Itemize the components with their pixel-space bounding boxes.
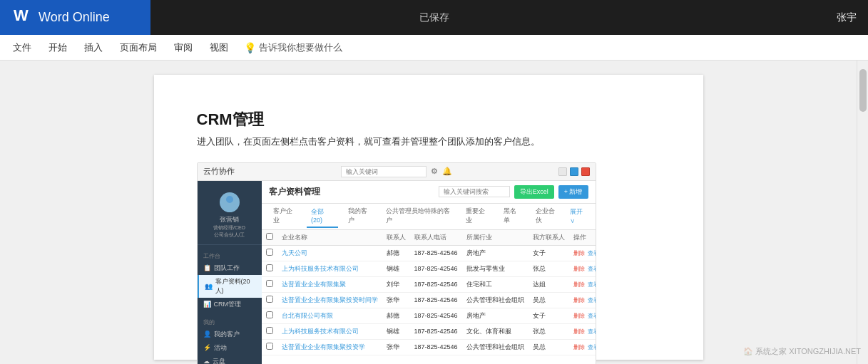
icon-notify[interactable]: 🔔	[442, 167, 452, 176]
minimize-icon[interactable]	[558, 167, 567, 176]
row-checkbox[interactable]	[266, 296, 273, 303]
doc-status: 已保存	[419, 11, 449, 24]
td-checkbox	[262, 245, 277, 261]
content-area: CRM管理 进入团队，在页面左侧栏点击客户资料，就可查看并管理整个团队添加的客户…	[0, 61, 868, 364]
nav-icon-mgmt: 📊	[203, 301, 211, 308]
ss-nav-label-mine: 我的	[198, 317, 262, 328]
menu-view[interactable]: 视图	[203, 38, 235, 57]
close-icon[interactable]	[581, 167, 590, 176]
menu-home[interactable]: 开始	[41, 38, 74, 57]
td-actions: 删除 查看详情 可以跟踪	[569, 245, 596, 261]
menu-layout[interactable]: 页面布局	[113, 38, 164, 57]
ss-nav-section-mine: 我的 👤 我的客户 ⚡ 活动 ☁ 云盘	[198, 314, 262, 364]
title-bar: W Word Online 已保存 张宇	[0, 0, 868, 35]
nav-icon-clients: 👤	[203, 331, 211, 338]
ss-nav-crm-customers[interactable]: 👥 客户资料(20人)	[198, 275, 262, 298]
action-view[interactable]: 查看详情	[588, 328, 596, 336]
ss-filter-tabs: 客户企业 全部(20) 我的客户 公共管理员给特殊的客户 重要企业 黑名单 企业…	[262, 204, 596, 230]
row-checkbox[interactable]	[266, 343, 273, 350]
action-view[interactable]: 查看详情	[588, 265, 596, 273]
ss-tab-public[interactable]: 公共管理员给特殊的客户	[382, 204, 456, 229]
app-title: Word Online	[39, 10, 110, 25]
ss-nav-my-clients[interactable]: 👤 我的客户	[198, 328, 262, 341]
ss-nav-team-work[interactable]: 📋 团队工作	[198, 261, 262, 275]
row-checkbox[interactable]	[266, 249, 273, 256]
td-phone: 187-825-42546	[410, 292, 462, 308]
document-container[interactable]: CRM管理 进入团队，在页面左侧栏点击客户资料，就可查看并管理整个团队添加的客户…	[0, 61, 857, 364]
company-link[interactable]: 上为科技服务技术有限公司	[282, 328, 359, 335]
company-link[interactable]: 台北有限公司有限	[282, 312, 333, 319]
th-industry: 所属行业	[462, 230, 529, 246]
ss-search-input[interactable]	[341, 166, 427, 177]
action-view[interactable]: 查看详情	[588, 281, 596, 288]
action-view[interactable]: 查看详情	[588, 249, 596, 257]
td-contact: 郝德	[382, 245, 410, 261]
action-delete[interactable]: 删除	[573, 281, 585, 288]
user-name[interactable]: 张宇	[837, 11, 857, 24]
action-delete[interactable]: 删除	[573, 312, 585, 320]
ss-nav-activity[interactable]: ⚡ 活动	[198, 341, 262, 355]
td-industry: 文化、体育和服	[462, 323, 529, 339]
ss-tab-important[interactable]: 重要企业	[461, 204, 494, 229]
td-our-contact: 张总	[529, 261, 569, 276]
company-link[interactable]: 达普置业企业有限集聚	[282, 281, 346, 288]
td-company: 上为科技服务技术有限公司	[277, 261, 382, 276]
svg-point-3	[223, 204, 236, 212]
row-checkbox[interactable]	[266, 327, 273, 334]
ss-add-button[interactable]: + 新增	[558, 185, 588, 199]
action-view[interactable]: 查看详情	[588, 312, 596, 320]
ss-tab-blacklist[interactable]: 黑名单	[499, 204, 526, 229]
table-row: 达普置业企业有限集聚投资学 张华 187-825-42546 公共管理和社会组织…	[262, 339, 596, 355]
td-checkbox	[262, 276, 277, 292]
ss-expand-button[interactable]: 展开 ∨	[570, 207, 588, 226]
td-company: 达普置业企业有限集聚投资学	[277, 339, 382, 355]
ss-tab-all[interactable]: 全部(20)	[307, 204, 338, 228]
maximize-icon[interactable]	[570, 167, 578, 176]
action-delete[interactable]: 删除	[573, 296, 585, 304]
action-delete[interactable]: 删除	[573, 265, 585, 273]
menu-file[interactable]: 文件	[6, 38, 39, 57]
tell-me-bar[interactable]: 💡 告诉我你想要做什么	[244, 41, 342, 54]
ss-content-search[interactable]	[439, 186, 510, 197]
icon-settings[interactable]: ⚙	[431, 167, 438, 176]
ss-search-bar: ⚙ 🔔	[341, 166, 452, 177]
row-checkbox[interactable]	[266, 311, 273, 318]
td-actions: 删除 查看详情 可以跟踪	[569, 323, 596, 339]
company-link[interactable]: 九天公司	[282, 249, 307, 256]
row-checkbox[interactable]	[266, 264, 273, 271]
nav-label-cloud: 云盘	[213, 357, 225, 364]
action-delete[interactable]: 删除	[573, 343, 585, 351]
action-view[interactable]: 查看详情	[588, 343, 596, 351]
td-our-contact: 吴总	[529, 339, 569, 355]
td-industry: 房地产	[462, 245, 529, 261]
td-contact: 钢雄	[382, 323, 410, 339]
td-actions: 删除 查看详情 可以跟踪	[569, 276, 596, 292]
action-delete[interactable]: 删除	[573, 328, 585, 336]
company-link[interactable]: 达普置业企业有限集聚投资时间学	[282, 296, 378, 303]
select-all-checkbox[interactable]	[266, 233, 273, 240]
row-checkbox[interactable]	[266, 280, 273, 287]
th-phone: 联系人电话	[410, 230, 462, 246]
lightbulb-icon: 💡	[244, 42, 256, 53]
scrollbar[interactable]	[857, 61, 868, 364]
th-our-contact: 我方联系人	[529, 230, 569, 246]
ss-tab-partner[interactable]: 企业合伙	[531, 204, 563, 229]
ss-table: 企业名称 联系人 联系人电话 所属行业 我方联系人 操作	[262, 230, 596, 364]
td-company: 达普置业企业有限集聚投资时间学	[277, 292, 382, 308]
action-view[interactable]: 查看详情	[588, 296, 596, 304]
ss-nav-cloud[interactable]: ☁ 云盘	[198, 355, 262, 364]
document-page: CRM管理 进入团队，在页面左侧栏点击客户资料，就可查看并管理整个团队添加的客户…	[154, 75, 703, 360]
ss-excel-button[interactable]: 导出Excel	[514, 185, 554, 199]
ss-tab-company[interactable]: 客户企业	[269, 204, 301, 229]
menu-review[interactable]: 审阅	[167, 38, 200, 57]
company-link[interactable]: 上为科技服务技术有限公司	[282, 265, 359, 272]
table-row: 达普置业企业有限集聚投资时间学 张华 187-825-42546 公共管理和社会…	[262, 292, 596, 308]
td-company: 台北有限公司有限	[277, 308, 382, 323]
td-contact: 钢雄	[382, 261, 410, 276]
scroll-thumb[interactable]	[859, 69, 867, 112]
ss-nav-crm-mgmt[interactable]: 📊 CRM管理	[198, 298, 262, 311]
ss-tab-mine[interactable]: 我的客户	[344, 204, 376, 229]
company-link[interactable]: 达普置业企业有限集聚投资学	[282, 343, 365, 350]
menu-insert[interactable]: 插入	[77, 38, 110, 57]
action-delete[interactable]: 删除	[573, 249, 585, 257]
